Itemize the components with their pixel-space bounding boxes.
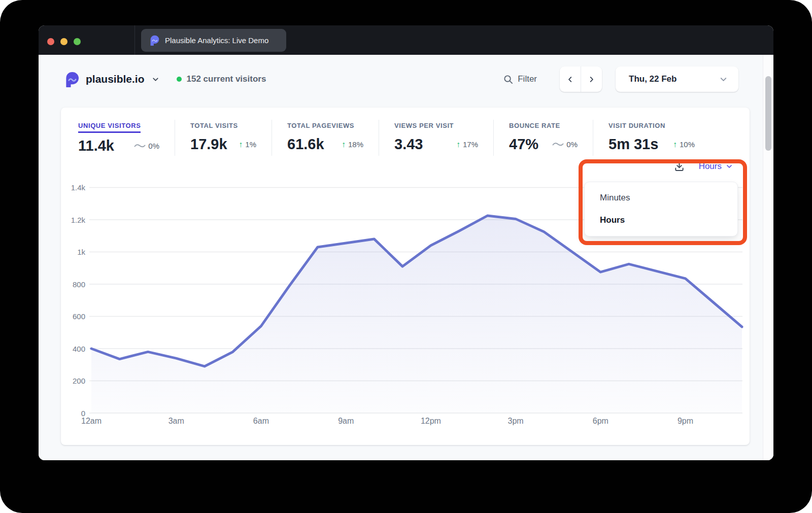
date-picker-label: Thu, 22 Feb [629,74,676,84]
menu-item-minutes[interactable]: Minutes [585,187,737,209]
analytics-card: UNIQUE VISITORS 11.4k ↑ 0% TOTAL VISITS [61,108,750,445]
chevron-down-icon [719,75,728,84]
screenshot-canvas: Plausible Analytics: Live Demo plausible… [0,0,812,513]
minimize-window-button[interactable] [60,38,67,45]
live-dot-icon [177,77,182,82]
stat-views-per-visit[interactable]: VIEWS PER VISIT 3.43 ↑ 17% [379,120,493,156]
svg-text:1.2k: 1.2k [71,216,86,224]
chevron-left-icon [566,76,574,83]
search-icon [503,75,513,84]
svg-text:6am: 6am [253,417,269,425]
stat-value: 3.43 [394,136,423,153]
svg-text:3pm: 3pm [508,417,524,425]
stat-label: BOUNCE RATE [509,122,560,131]
interval-label: Hours [699,161,722,172]
site-switcher-chevron-down-icon[interactable] [151,75,160,84]
scrollbar-thumb[interactable] [765,76,771,151]
stat-label: VIEWS PER VISIT [394,122,454,131]
svg-text:400: 400 [73,345,85,353]
svg-text:12am: 12am [81,417,101,425]
traffic-lights [47,38,81,45]
chevron-right-icon [588,76,595,83]
svg-text:1k: 1k [77,248,85,256]
chevron-down-icon [725,162,733,170]
flat-trend-icon [552,142,564,147]
titlebar-separator [134,25,135,55]
stat-value: 11.4k [78,138,114,154]
up-trend-icon: ↑ [673,141,677,149]
svg-text:3am: 3am [168,417,184,425]
stat-delta: ↑ 0% [545,140,578,149]
stat-value: 17.9k [190,136,227,153]
browser-window: Plausible Analytics: Live Demo plausible… [39,25,773,460]
stat-label: UNIQUE VISITORS [78,122,141,133]
menu-item-hours[interactable]: Hours [585,209,737,231]
up-trend-icon: ↑ [342,141,346,149]
previous-period-button[interactable] [560,66,581,92]
top-stats: UNIQUE VISITORS 11.4k ↑ 0% TOTAL VISITS [78,120,710,157]
svg-text:9pm: 9pm [678,417,693,425]
plausible-logo-icon [63,72,79,87]
zoom-window-button[interactable] [74,38,81,45]
stat-label: VISIT DURATION [608,122,665,131]
stat-bounce-rate[interactable]: BOUNCE RATE 47% ↑ 0% [493,120,593,156]
stat-delta: ↑ 18% [334,140,363,149]
current-visitors-label: 152 current visitors [187,74,266,84]
next-period-button[interactable] [581,66,602,92]
date-picker-button[interactable]: Thu, 22 Feb [616,66,738,92]
stat-total-visits[interactable]: TOTAL VISITS 17.9k ↑ 1% [175,120,272,156]
chart-toolbar: Hours [673,160,733,172]
download-button[interactable] [673,160,685,172]
favicon-plausible-logo-icon [149,35,159,46]
stat-value: 47% [509,136,538,153]
stat-delta: ↑ 0% [127,142,159,150]
svg-text:600: 600 [73,312,85,321]
stat-delta: ↑ 1% [231,140,256,149]
stat-unique-visitors[interactable]: UNIQUE VISITORS 11.4k ↑ 0% [78,120,175,157]
svg-text:200: 200 [73,377,85,385]
stat-label: TOTAL PAGEVIEWS [287,122,354,131]
date-nav [560,66,602,92]
svg-text:800: 800 [73,280,85,289]
filter-label: Filter [518,74,537,84]
up-trend-icon: ↑ [456,141,460,149]
site-name: plausible.io [86,73,145,85]
up-trend-icon: ↑ [239,141,243,149]
flat-trend-icon [134,143,146,149]
tab-title: Plausible Analytics: Live Demo [165,36,268,45]
scrollbar-track[interactable] [763,55,773,460]
svg-text:0: 0 [81,409,85,418]
dashboard-page: plausible.io 152 current visitors Filter [39,55,773,460]
svg-text:12pm: 12pm [421,417,441,425]
svg-text:6pm: 6pm [593,417,608,425]
interval-dropdown-button[interactable]: Hours [699,161,733,172]
filter-button[interactable]: Filter [503,74,537,84]
stat-label: TOTAL VISITS [190,122,238,131]
stat-visit-duration[interactable]: VISIT DURATION 5m 31s ↑ 10% [593,120,710,156]
current-visitors[interactable]: 152 current visitors [177,74,266,84]
browser-titlebar: Plausible Analytics: Live Demo [39,25,773,55]
stat-delta: ↑ 17% [449,140,478,149]
stat-value: 61.6k [287,136,324,153]
download-icon [673,160,685,172]
close-window-button[interactable] [47,38,54,45]
stat-total-pageviews[interactable]: TOTAL PAGEVIEWS 61.6k ↑ 18% [272,120,379,156]
browser-tab[interactable]: Plausible Analytics: Live Demo [141,29,286,52]
svg-text:9am: 9am [338,417,354,425]
stat-value: 5m 31s [608,136,658,153]
stat-delta: ↑ 10% [666,140,695,149]
site-header: plausible.io 152 current visitors Filter [63,66,738,92]
svg-text:1.4k: 1.4k [71,183,86,192]
interval-menu: Minutes Hours [584,182,738,236]
